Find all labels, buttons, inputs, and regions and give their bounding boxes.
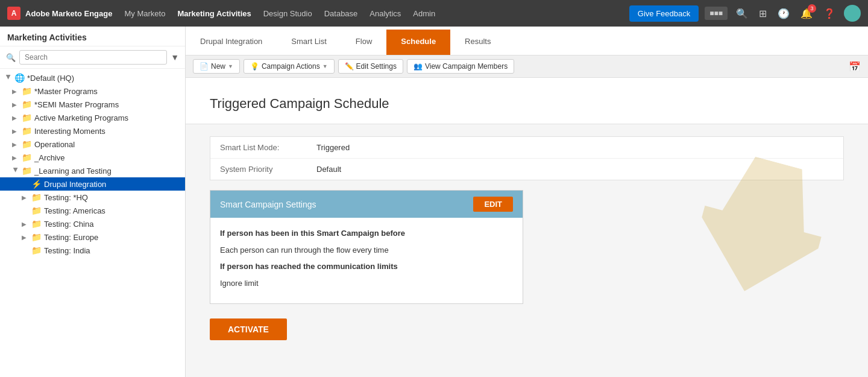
nav-analytics[interactable]: Analytics [370, 9, 401, 18]
folder-icon: 📁 [22, 86, 32, 96]
edit-settings-label: Edit Settings [356, 62, 397, 71]
user-avatar[interactable] [844, 5, 861, 22]
folder-icon: 📁 [22, 139, 32, 149]
sidebar-item-operational[interactable]: ▶ 📁 Operational [0, 138, 185, 151]
search-text-btn[interactable]: ■■■ [705, 7, 728, 20]
filter-icon[interactable]: ▼ [171, 52, 179, 62]
main-layout: Marketing Activities 🔍 ▼ ▶ 🌐 *Default (H… [0, 27, 868, 377]
sidebar-item-testing-china[interactable]: ▶ 📁 Testing: China [0, 217, 185, 230]
nav-marketing-activities[interactable]: Marketing Activities [177, 9, 251, 18]
sidebar-item-testing-hq[interactable]: ▶ 📁 Testing: *HQ [0, 191, 185, 204]
activate-button[interactable]: ACTIVATE [210, 318, 287, 340]
sidebar-item-label: Operational [34, 140, 75, 149]
notification-badge: 3 [808, 4, 816, 13]
sidebar-item-semi-master[interactable]: ▶ 📁 *SEMI Master Programs [0, 98, 185, 111]
folder-icon: 📁 [31, 232, 42, 242]
condition1-text: Each person can run through the flow eve… [220, 244, 513, 256]
chevron-icon: ▶ [12, 141, 19, 148]
condition2-bold: If person has reached the communication … [220, 261, 513, 273]
system-priority-value: Default [316, 165, 341, 174]
sidebar-item-label: Testing: Europe [44, 233, 98, 242]
sidebar-item-label: Active Marketing Programs [34, 113, 128, 122]
new-button[interactable]: 📄 New ▼ [193, 59, 240, 74]
smart-list-mode-label: Smart List Mode: [220, 143, 316, 152]
sidebar: Marketing Activities 🔍 ▼ ▶ 🌐 *Default (H… [0, 27, 186, 377]
sidebar-item-archive[interactable]: ▶ 📁 _Archive [0, 151, 185, 164]
search-icon-btn[interactable]: 🔍 [734, 5, 750, 22]
sidebar-item-master-programs[interactable]: ▶ 📁 *Master Programs [0, 84, 185, 98]
folder-icon: 📁 [31, 192, 42, 202]
campaign-actions-button[interactable]: 💡 Campaign Actions ▼ [244, 59, 335, 74]
chevron-icon: ▶ [22, 194, 29, 201]
nav-admin[interactable]: Admin [413, 9, 435, 18]
folder-icon: 📁 [22, 100, 32, 109]
sidebar-item-testing-europe[interactable]: ▶ 📁 Testing: Europe [0, 230, 185, 244]
folder-icon: 📁 [22, 153, 32, 162]
give-feedback-button[interactable]: Give Feedback [629, 5, 699, 22]
edit-button[interactable]: EDIT [473, 197, 513, 212]
info-table: Smart List Mode: Triggered System Priori… [210, 136, 844, 180]
folder-icon: 📁 [22, 113, 32, 122]
search-icon: 🔍 [6, 53, 16, 62]
chevron-icon: ▶ [12, 154, 19, 161]
folder-icon: 📁 [22, 126, 32, 136]
brand-name: Adobe Marketo Engage [25, 9, 112, 18]
nav-database[interactable]: Database [324, 9, 358, 18]
sidebar-title: Marketing Activities [0, 27, 185, 46]
sidebar-item-label: Testing: China [44, 220, 93, 229]
edit-settings-button[interactable]: ✏️ Edit Settings [338, 59, 403, 74]
top-nav-actions: Give Feedback ■■■ 🔍 ⊞ 🕐 🔔 3 ❓ [629, 5, 861, 22]
tab-flow[interactable]: Flow [341, 30, 386, 55]
nav-my-marketo[interactable]: My Marketo [124, 9, 165, 18]
notification-icon-btn[interactable]: 🔔 3 [798, 5, 815, 22]
calendar-icon[interactable]: 📅 [849, 61, 861, 72]
nav-design-studio[interactable]: Design Studio [263, 9, 312, 18]
smart-list-mode-row: Smart List Mode: Triggered [210, 137, 843, 159]
smart-list-mode-value: Triggered [316, 143, 350, 152]
campaign-schedule-header: Triggered Campaign Schedule [186, 78, 868, 124]
toolbar: 📄 New ▼ 💡 Campaign Actions ▼ ✏️ Edit Set… [186, 55, 868, 78]
help-icon-btn[interactable]: ❓ [821, 5, 838, 22]
new-label: New [211, 62, 225, 71]
sidebar-item-drupal-integration[interactable]: ⚡ Drupal Integration [0, 177, 185, 191]
lightning-icon: ⚡ [31, 179, 42, 189]
sidebar-item-default-hq[interactable]: ▶ 🌐 *Default (HQ) [0, 71, 185, 84]
folder-icon: 📁 [31, 219, 42, 229]
chevron-icon: ▶ [12, 128, 19, 135]
chevron-icon: ▶ [22, 234, 29, 241]
sidebar-item-interesting-moments[interactable]: ▶ 📁 Interesting Moments [0, 124, 185, 138]
folder-icon: 📁 [22, 166, 32, 176]
sidebar-item-testing-americas[interactable]: 📁 Testing: Americas [0, 204, 185, 217]
sidebar-item-label: Interesting Moments [34, 127, 105, 136]
grid-icon-btn[interactable]: ⊞ [756, 5, 769, 22]
view-campaign-members-button[interactable]: 👥 View Campaign Members [407, 59, 514, 74]
content-area: Drupal Integration Smart List Flow Sched… [186, 27, 868, 377]
search-input[interactable] [19, 50, 167, 65]
sidebar-item-label: *SEMI Master Programs [34, 100, 119, 109]
view-members-label: View Campaign Members [425, 62, 508, 71]
tab-results[interactable]: Results [450, 30, 505, 55]
chevron-icon: ▶ [12, 115, 19, 121]
schedule-body: Smart List Mode: Triggered System Priori… [186, 124, 868, 352]
campaign-actions-icon: 💡 [250, 62, 259, 71]
clock-icon-btn[interactable]: 🕐 [775, 5, 792, 22]
top-navigation: A Adobe Marketo Engage My Marketo Market… [0, 0, 868, 27]
page-title: Triggered Campaign Schedule [210, 96, 844, 112]
chevron-icon: ▶ [22, 221, 29, 227]
sidebar-item-label: Testing: Americas [44, 206, 105, 215]
edit-settings-icon: ✏️ [345, 62, 354, 71]
condition2-text: Ignore limit [220, 277, 513, 290]
sidebar-item-testing-india[interactable]: 📁 Testing: India [0, 244, 185, 257]
sidebar-item-label: Drupal Integration [44, 180, 106, 189]
sidebar-item-active-marketing[interactable]: ▶ 📁 Active Marketing Programs [0, 111, 185, 124]
main-content: Triggered Campaign Schedule Smart List M… [186, 78, 868, 377]
chevron-icon: ▶ [5, 74, 12, 81]
tab-drupal-integration[interactable]: Drupal Integration [186, 30, 277, 55]
tab-schedule[interactable]: Schedule [386, 30, 450, 55]
settings-title: Smart Campaign Settings [220, 200, 473, 209]
chevron-icon: ▶ [13, 167, 19, 174]
caret-icon: ▼ [322, 63, 328, 69]
sidebar-search-bar: 🔍 ▼ [0, 46, 185, 69]
sidebar-item-learning-testing[interactable]: ▶ 📁 _Learning and Testing [0, 164, 185, 177]
tab-smart-list[interactable]: Smart List [277, 30, 341, 55]
